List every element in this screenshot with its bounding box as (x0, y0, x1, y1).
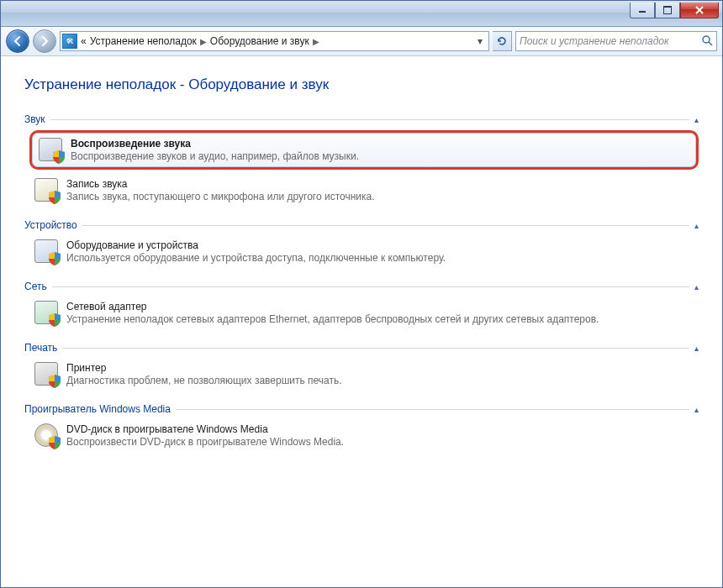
page-title: Устранение неполадок - Оборудование и зв… (24, 76, 699, 93)
dvd-icon (34, 423, 58, 447)
chevron-right-icon: ▶ (200, 37, 207, 46)
network-adapter-icon (34, 301, 58, 324)
section-sound: Звук ▴ Воспроизведение звука Воспроизвед… (24, 110, 699, 206)
uac-shield-icon (49, 252, 61, 265)
item-network-adapter[interactable]: Сетевой адаптер Устранение неполадок сет… (29, 297, 699, 328)
navigation-bar: 🛠 « Устранение неполадок ▶ Оборудование … (1, 27, 722, 56)
item-desc: Устранение неполадок сетевых адаптеров E… (66, 313, 599, 325)
window-frame: 🛠 « Устранение неполадок ▶ Оборудование … (0, 0, 723, 588)
section-header-device[interactable]: Устройство ▴ (24, 216, 699, 234)
section-header-sound[interactable]: Звук ▴ (24, 110, 699, 129)
uac-shield-icon (49, 375, 61, 388)
address-bar[interactable]: 🛠 « Устранение неполадок ▶ Оборудование … (60, 31, 489, 51)
section-device: Устройство ▴ Оборудование и устройства И… (24, 216, 699, 267)
close-button[interactable] (680, 3, 719, 18)
content-pane: Устранение неполадок - Оборудование и зв… (1, 56, 722, 587)
collapse-icon: ▴ (694, 115, 699, 124)
svg-rect-0 (639, 11, 646, 13)
item-title: Сетевой адаптер (66, 301, 599, 312)
section-label: Звук (24, 113, 45, 125)
collapse-icon: ▴ (694, 405, 699, 414)
section-print: Печать ▴ Принтер Диагностика проблем, не… (24, 339, 699, 390)
collapse-icon: ▴ (694, 344, 699, 353)
section-label: Печать (24, 342, 57, 354)
breadcrumb-prefix: « (81, 35, 87, 47)
uac-shield-icon (49, 191, 61, 204)
printer-icon (34, 362, 58, 386)
item-audio-recording[interactable]: Запись звука Запись звука, поступающего … (29, 175, 699, 206)
item-desc: Используется оборудование и устройства д… (66, 252, 446, 264)
refresh-button[interactable] (493, 31, 512, 51)
forward-button[interactable] (33, 29, 56, 53)
search-input[interactable]: Поиск и устранение неполадок (515, 31, 717, 51)
uac-shield-icon (49, 313, 61, 327)
svg-point-1 (703, 36, 710, 43)
microphone-icon (34, 178, 58, 202)
section-label: Устройство (24, 219, 77, 231)
item-hardware-devices[interactable]: Оборудование и устройства Используется о… (29, 236, 699, 267)
title-bar (1, 1, 722, 27)
breadcrumb-hardware-sound[interactable]: Оборудование и звук (210, 35, 309, 47)
breadcrumb-troubleshoot[interactable]: Устранение неполадок (90, 35, 197, 47)
item-title: Воспроизведение звука (71, 138, 359, 150)
section-label: Проигрыватель Windows Media (24, 403, 171, 415)
control-panel-icon: 🛠 (62, 34, 77, 49)
device-icon (34, 239, 58, 263)
item-title: Оборудование и устройства (66, 239, 446, 251)
section-label: Сеть (24, 281, 47, 292)
item-desc: Воспроизвести DVD-диск в проигрывателе W… (66, 436, 344, 448)
chevron-right-icon: ▶ (313, 37, 319, 46)
minimize-button[interactable] (630, 3, 655, 18)
search-placeholder: Поиск и устранение неполадок (520, 35, 669, 47)
address-dropdown-icon[interactable]: ▾ (473, 35, 487, 47)
back-button[interactable] (6, 29, 29, 53)
uac-shield-icon (53, 150, 65, 164)
item-title: DVD-диск в проигрывателе Windows Media (66, 423, 344, 435)
item-desc: Диагностика проблем, не позволяющих заве… (66, 375, 342, 386)
uac-shield-icon (49, 436, 61, 449)
item-title: Принтер (66, 362, 342, 374)
item-title: Запись звука (66, 178, 375, 190)
search-icon (701, 34, 713, 49)
section-wmp: Проигрыватель Windows Media ▴ DVD-диск в… (24, 400, 699, 451)
collapse-icon: ▴ (694, 282, 699, 291)
section-header-wmp[interactable]: Проигрыватель Windows Media ▴ (24, 400, 699, 418)
speaker-icon (39, 138, 62, 161)
item-audio-playback[interactable]: Воспроизведение звука Воспроизведение зв… (29, 130, 699, 170)
item-desc: Запись звука, поступающего с микрофона и… (66, 191, 375, 202)
section-header-print[interactable]: Печать ▴ (24, 339, 699, 357)
item-printer[interactable]: Принтер Диагностика проблем, не позволяю… (29, 359, 699, 390)
item-desc: Воспроизведение звуков и аудио, например… (71, 150, 359, 162)
svg-line-2 (709, 42, 712, 45)
item-wmp-dvd[interactable]: DVD-диск в проигрывателе Windows Media В… (29, 420, 699, 451)
collapse-icon: ▴ (694, 221, 699, 230)
window-controls (630, 3, 719, 18)
maximize-button[interactable] (655, 3, 680, 18)
section-header-network[interactable]: Сеть ▴ (24, 277, 699, 296)
section-network: Сеть ▴ Сетевой адаптер Устранение непола… (24, 277, 699, 328)
